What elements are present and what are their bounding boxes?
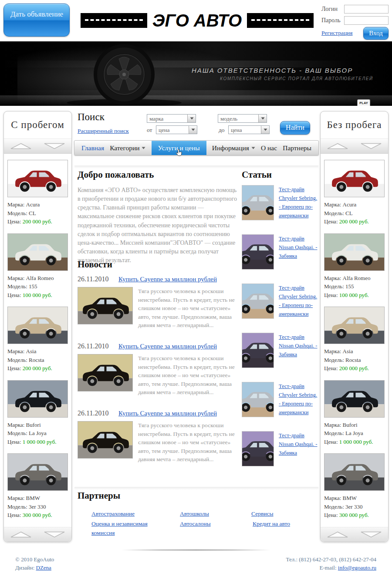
- car-listing[interactable]: Марка: Asia Модель: Rocsta Цена: 200 000…: [7, 307, 68, 373]
- article-link[interactable]: Тест-драйв Nissan Qashqai. - Забияка: [279, 333, 320, 368]
- chevron-down-icon: [187, 115, 196, 122]
- nav-item-home[interactable]: Главная: [81, 141, 104, 155]
- car-listing[interactable]: Марка: Acura Модель: CL Цена: 200 000 ру…: [7, 160, 68, 226]
- article-link[interactable]: Тест-драйв Nissan Qashqai. - Забияка: [279, 234, 320, 270]
- brand-select[interactable]: марка: [147, 114, 196, 123]
- article-link[interactable]: Тест-драйв Chrysler Sebring. - Европеец …: [279, 382, 320, 417]
- article-link[interactable]: Тест-драйв Nissan Qashqai. - Забияка: [279, 431, 320, 466]
- copyright-text: © 2010 EgoAuto: [15, 556, 54, 563]
- find-button[interactable]: Найти: [280, 121, 310, 135]
- login-button[interactable]: Вход: [363, 27, 389, 40]
- car-model: Модель: 3er 330: [324, 503, 385, 511]
- site-logo: ЭГО АВТО: [81, 12, 314, 29]
- login-input[interactable]: [344, 5, 389, 13]
- news-link[interactable]: Купить Cayenne за миллион рублей: [118, 343, 217, 350]
- sidebar-new-cars: Без пробега Марка: Acura Модель: CL Цена…: [320, 111, 389, 542]
- logo-dash-bar-right: [247, 13, 314, 28]
- article-photo: [242, 382, 274, 417]
- partners-title: Партнеры: [78, 490, 120, 501]
- play-button[interactable]: PLAY: [357, 99, 370, 106]
- car-brand: Марка: Bufori: [7, 421, 68, 429]
- car-brand: Марка: Bufori: [324, 421, 385, 429]
- car-listing[interactable]: Марка: Asia Модель: Rocsta Цена: 200 000…: [324, 307, 385, 373]
- news-text: Тяга русского человека к роскоши неистре…: [138, 421, 240, 464]
- partner-link-car-credit[interactable]: Кредит на авто: [253, 520, 290, 529]
- car-listing[interactable]: Марка: BMW Модель: 3er 330 Цена: 300 000…: [7, 453, 68, 520]
- partner-link-services[interactable]: Сервисы: [251, 510, 274, 519]
- article-item: Тест-драйв Chrysler Sebring. - Европеец …: [242, 382, 320, 417]
- news-title: Новости: [78, 259, 112, 270]
- page: Дать объявление ЭГО АВТО Логин Пароль Ре…: [0, 0, 392, 577]
- scroll-up-button[interactable]: [10, 531, 32, 538]
- news-link[interactable]: Купить Cayenne за миллион рублей: [118, 276, 217, 283]
- news-text: Тяга русского человека к роскоши неистре…: [138, 287, 240, 330]
- news-item: 26.11.2010 Купить Cayenne за миллион руб…: [78, 342, 240, 409]
- scroll-down-button[interactable]: [360, 531, 382, 538]
- car-list: Марка: Acura Модель: CL Цена: 200 000 ру…: [321, 154, 388, 520]
- car-model: Модель: CL: [7, 209, 68, 218]
- article-photo: [242, 431, 274, 466]
- scroll-down-button[interactable]: [360, 143, 382, 149]
- scroll-bar: [321, 138, 388, 154]
- car-listing[interactable]: Марка: Bufori Модель: La Joya Цена: 1 00…: [7, 380, 68, 446]
- give-ad-button[interactable]: Дать объявление: [3, 3, 70, 37]
- nav-item-services[interactable]: Услуги и цены: [152, 141, 206, 155]
- articles-list: Тест-драйв Chrysler Sebring. - Европеец …: [242, 185, 320, 480]
- car-brand: Марка: BMW: [324, 494, 385, 503]
- nav-item-information[interactable]: Информация: [212, 141, 255, 155]
- car-model: Модель: Rocsta: [324, 356, 385, 364]
- nav-item-categories[interactable]: Категории: [110, 141, 145, 155]
- news-date: 26.11.2010: [78, 342, 117, 350]
- nav-item-about[interactable]: О нас: [261, 141, 277, 155]
- car-price: Цена: 300 000 руб.: [324, 511, 385, 520]
- wheel-graphic: [59, 41, 189, 106]
- model-select[interactable]: модель: [218, 114, 267, 123]
- login-label: Логин: [321, 6, 338, 13]
- scroll-down-button[interactable]: [43, 143, 66, 149]
- scroll-bar: [4, 138, 71, 154]
- car-brand: Марка: Acura: [7, 200, 68, 209]
- logo-dash-bar-left: [81, 13, 147, 28]
- car-listing[interactable]: Марка: Alfa Romeo Модель: 155 Цена: 100 …: [7, 233, 68, 300]
- email-link[interactable]: info@egoauto.ru: [338, 564, 376, 571]
- article-link[interactable]: Тест-драйв Chrysler Sebring. - Европеец …: [279, 283, 320, 319]
- car-price: Цена: 100 000 руб.: [324, 291, 385, 300]
- article-item: Тест-драйв Nissan Qashqai. - Забияка: [242, 234, 320, 270]
- car-brand: Марка: Alfa Romeo: [324, 274, 385, 283]
- banner-subtitle: КОМПЛЕКСНЫЙ СЕРВИС ПОРТАЛ ДЛЯ АВТОЛЮБИТЕ…: [220, 76, 373, 81]
- scroll-down-button[interactable]: [43, 531, 66, 538]
- scroll-up-button[interactable]: [326, 143, 349, 149]
- news-item: 26.11.2010 Купить Cayenne за миллион руб…: [78, 275, 240, 342]
- car-listing[interactable]: Марка: Alfa Romeo Модель: 155 Цена: 100 …: [324, 233, 385, 300]
- car-model: Модель: La Joya: [7, 429, 68, 438]
- partner-link-car-dealers[interactable]: Автосалоны: [180, 520, 211, 529]
- car-listing[interactable]: Марка: Bufori Модель: La Joya Цена: 1 00…: [324, 380, 385, 446]
- cursor-hand-icon: [176, 149, 182, 157]
- car-model: Модель: Rocsta: [7, 356, 68, 364]
- scroll-up-button[interactable]: [326, 531, 349, 538]
- nav-item-partners[interactable]: Партнеры: [283, 141, 311, 155]
- price-from-value: цена: [159, 127, 169, 134]
- car-listing[interactable]: Марка: BMW Модель: 3er 330 Цена: 300 000…: [324, 453, 385, 520]
- register-link[interactable]: Регистрация: [321, 30, 353, 37]
- article-link[interactable]: Тест-драйв Chrysler Sebring. - Европеец …: [279, 185, 320, 220]
- scroll-up-button[interactable]: [10, 143, 32, 149]
- partner-link-evaluation[interactable]: Оценка и независимая комиссия: [91, 520, 158, 538]
- password-input[interactable]: [344, 16, 389, 25]
- partner-link-driving-schools[interactable]: Автошколы: [180, 510, 209, 519]
- news-link[interactable]: Купить Cayenne за миллион рублей: [118, 410, 217, 417]
- car-photo: [7, 453, 68, 491]
- car-listing[interactable]: Марка: Acura Модель: CL Цена: 200 000 ру…: [324, 160, 385, 226]
- partner-link-insurance[interactable]: Автострахование: [91, 510, 135, 519]
- price-from-select[interactable]: цена: [156, 125, 197, 134]
- news-photo: [78, 287, 133, 324]
- scroll-bar: [4, 527, 71, 542]
- designer-link[interactable]: DZena: [36, 564, 51, 571]
- news-photo: [78, 354, 133, 391]
- price-to-select[interactable]: цена: [228, 125, 270, 134]
- nav-item-label: Информация: [212, 144, 249, 152]
- car-photo: [7, 307, 68, 344]
- advanced-search-link[interactable]: Расширенный поиск: [78, 128, 129, 135]
- car-price: Цена: 200 000 руб.: [7, 364, 68, 373]
- news-item: 26.11.2010 Купить Cayenne за миллион руб…: [78, 409, 240, 476]
